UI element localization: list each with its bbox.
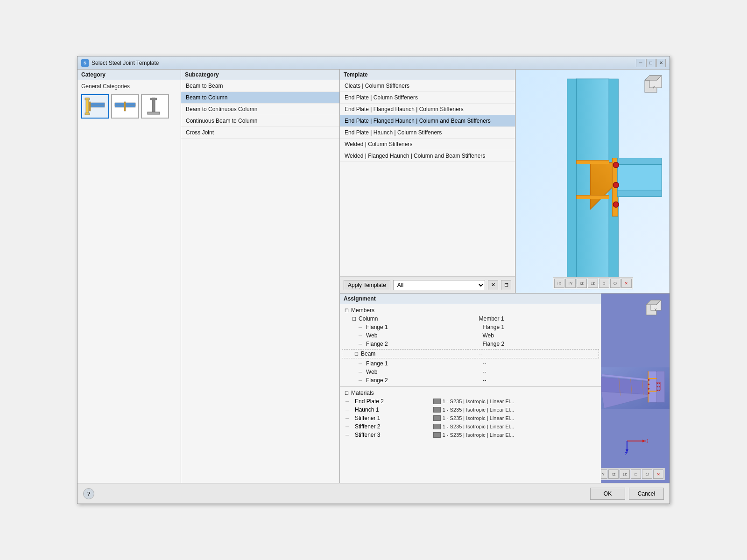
view-zz-btn-b[interactable]: ↕Z	[620, 469, 630, 479]
members-toggle[interactable]: ☐	[344, 308, 349, 313]
category-icon-2[interactable]	[111, 94, 139, 119]
apply-template-button[interactable]: Apply Template	[344, 280, 390, 290]
clear-template-button[interactable]: ✕	[488, 280, 498, 290]
column-base-icon	[144, 97, 166, 116]
column-toggle[interactable]: ☐	[351, 316, 357, 322]
assignment-content: ☐ Members ☐ Column Member 1 ─ Flange 1	[340, 304, 601, 483]
beam-flange1-node: ─ Flange 1 --	[340, 359, 601, 368]
view-shaded-btn[interactable]: ⬡	[610, 279, 620, 288]
svg-point-51	[657, 383, 658, 384]
subcategory-beam-to-column[interactable]: Beam to Column	[181, 92, 339, 104]
beam-label: Beam	[361, 350, 477, 357]
3d-preview-bottom: Y X	[601, 294, 669, 483]
template-item-2[interactable]: End Plate | Flanged Haunch | Column Stif…	[340, 104, 515, 115]
view-x-btn[interactable]: ↑X	[554, 279, 564, 288]
members-node: ☐ Members	[340, 306, 601, 315]
subcategory-beam-to-continuous-column[interactable]: Beam to Continuous Column	[181, 104, 339, 115]
view-reset-btn[interactable]: ✕	[621, 279, 632, 288]
svg-rect-45	[657, 371, 665, 403]
3d-preview-top: Y ↑X ↑Y ↑Z ↕Z □ ⬡ ✕	[515, 70, 669, 293]
template-item-4[interactable]: End Plate | Haunch | Column Stiffeners	[340, 127, 515, 139]
materials-toggle[interactable]: ☐	[344, 390, 349, 396]
minimize-button[interactable]: ─	[636, 59, 645, 67]
maximize-button[interactable]: □	[646, 59, 655, 67]
view-y-btn[interactable]: ↑Y	[565, 279, 576, 288]
view-y-btn-b[interactable]: ↑Y	[601, 469, 607, 479]
svg-rect-5	[90, 106, 105, 107]
view-zz-btn[interactable]: ↕Z	[588, 279, 598, 288]
mat-label-1: Haunch 1	[355, 406, 431, 413]
cancel-button[interactable]: Cancel	[629, 488, 664, 500]
template-item-5[interactable]: Welded | Column Stiffeners	[340, 139, 515, 150]
mat-row-3: ─ Stiffener 2 1 - S235 | Isotropic | Lin…	[340, 422, 601, 431]
beam-toggle[interactable]: ☐	[353, 351, 359, 357]
view-box-btn[interactable]: □	[599, 279, 609, 288]
view-z-btn-b[interactable]: ↑Z	[608, 469, 619, 479]
beam-flange1-label: Flange 1	[366, 360, 481, 367]
mat-value-2: 1 - S235 | Isotropic | Linear El...	[443, 415, 595, 421]
mat-color-3	[433, 424, 441, 429]
svg-point-52	[659, 383, 660, 384]
view-reset-btn-b[interactable]: ✕	[653, 469, 663, 479]
mat-label-3: Stiffener 2	[355, 423, 431, 430]
mat-color-2	[433, 415, 441, 421]
svg-point-56	[659, 390, 660, 391]
navigation-cube-bottom[interactable]: Y	[644, 298, 665, 319]
beam-flange2-label: Flange 2	[366, 377, 481, 384]
navigation-cube-top[interactable]: Y	[642, 73, 666, 97]
view-z-btn[interactable]: ↑Z	[577, 279, 587, 288]
mat-row-4: ─ Stiffener 3 1 - S235 | Isotropic | Lin…	[340, 431, 601, 439]
svg-point-46	[648, 379, 649, 381]
svg-rect-2	[85, 113, 90, 115]
svg-rect-11	[152, 98, 155, 113]
template-item-1[interactable]: End Plate | Column Stiffeners	[340, 92, 515, 104]
svg-rect-12	[150, 98, 157, 100]
top-right: Template Cleats | Column Stiffeners End …	[340, 70, 669, 294]
svg-marker-62	[642, 440, 646, 442]
col-web-label: Web	[366, 332, 481, 339]
subcategory-cross-joint[interactable]: Cross Joint	[181, 127, 339, 139]
close-button[interactable]: ✕	[656, 59, 666, 67]
beam-beam-icon	[114, 97, 136, 116]
help-button[interactable]: ?	[83, 488, 94, 499]
svg-point-26	[613, 182, 619, 188]
column-node: ☐ Column Member 1	[340, 315, 601, 323]
export-template-button[interactable]: ⊟	[501, 280, 511, 290]
col-flange2-label: Flange 2	[366, 341, 481, 347]
template-item-0[interactable]: Cleats | Column Stiffeners	[340, 80, 515, 92]
category-icon-3[interactable]	[141, 94, 169, 119]
column-label: Column	[359, 315, 477, 322]
category-icons	[78, 92, 181, 120]
preview-bottom-inner: Y X	[601, 294, 669, 483]
assignment-header: Assignment	[340, 294, 601, 304]
svg-text:Y: Y	[655, 308, 657, 311]
svg-rect-43	[648, 378, 657, 379]
mat-value-1: 1 - S235 | Isotropic | Linear El...	[443, 407, 595, 413]
toolbar-3d-top: ↑X ↑Y ↑Z ↕Z □ ⬡ ✕	[553, 277, 633, 289]
svg-point-54	[659, 386, 660, 387]
mat-label-0: End Plate 2	[355, 398, 431, 405]
beam-flange2-value: --	[483, 377, 598, 384]
materials-node: ☐ Materials	[340, 389, 601, 397]
col-web-value: Web	[483, 332, 598, 339]
svg-point-53	[657, 386, 658, 387]
ok-button[interactable]: OK	[590, 488, 625, 500]
category-icon-1[interactable]	[81, 94, 109, 119]
subcategory-header: Subcategory	[181, 70, 339, 80]
view-shaded-btn-b[interactable]: ⬡	[642, 469, 652, 479]
column-value: Member 1	[479, 315, 598, 322]
subcategory-beam-to-beam[interactable]: Beam to Beam	[181, 80, 339, 92]
template-item-6[interactable]: Welded | Flanged Haunch | Column and Bea…	[340, 150, 515, 162]
svg-rect-20	[617, 158, 662, 165]
preview-top-inner: Y ↑X ↑Y ↑Z ↕Z □ ⬡ ✕	[516, 70, 669, 293]
footer-buttons: OK Cancel	[590, 488, 664, 500]
apply-template-dropdown[interactable]: All Selected	[393, 280, 485, 290]
col-flange1-label: Flange 1	[366, 324, 481, 330]
view-box-btn-b[interactable]: □	[631, 469, 641, 479]
svg-rect-6	[89, 102, 91, 111]
template-header: Template	[340, 70, 515, 80]
window-title: Select Steel Joint Template	[92, 60, 636, 66]
template-item-3[interactable]: End Plate | Flanged Haunch | Column and …	[340, 115, 515, 127]
subcategory-continuous-beam-to-column[interactable]: Continuous Beam to Column	[181, 115, 339, 127]
svg-text:Y: Y	[653, 86, 655, 89]
